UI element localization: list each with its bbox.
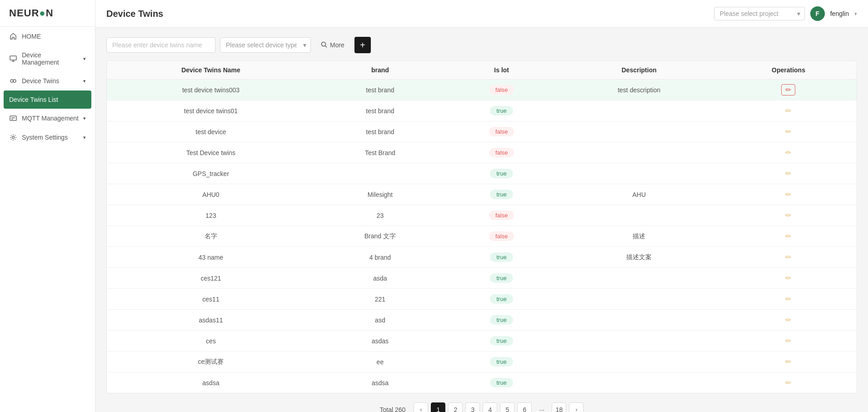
cell-name: test device twins01 (107, 100, 315, 121)
sidebar-item-device-twins-list[interactable]: Device Twins List (4, 90, 91, 109)
search-input[interactable] (106, 37, 215, 53)
col-name: Device Twins Name (107, 61, 315, 80)
cell-description (558, 372, 720, 393)
cell-operations: ✏ (720, 184, 857, 205)
edit-icon[interactable]: ✏ (785, 295, 791, 303)
cell-operations: ✏ (720, 226, 857, 247)
edit-icon[interactable]: ✏ (785, 170, 791, 177)
project-select[interactable]: Please select project (714, 7, 805, 20)
cell-name: ce测试赛 (107, 352, 315, 372)
sidebar-item-device-management[interactable]: Device Management ▾ (0, 46, 95, 71)
edit-icon[interactable]: ✏ (785, 358, 791, 366)
cell-operations: ✏ (720, 163, 857, 184)
main-content: Device Twins Please select project F fen… (95, 0, 868, 412)
cell-is-lot: true (445, 163, 558, 184)
cell-is-lot: true (445, 331, 558, 352)
page-button-5[interactable]: 5 (500, 402, 514, 412)
next-page-button[interactable]: › (569, 402, 584, 412)
device-type-select[interactable]: Please select device type (220, 37, 311, 53)
edit-icon[interactable]: ✏ (785, 149, 791, 156)
sidebar-item-home-label: HOME (22, 33, 41, 40)
table-header-row: Device Twins Name brand Is lot Descripti… (107, 61, 857, 80)
sidebar-item-home[interactable]: HOME (0, 27, 95, 46)
cell-name: test device (107, 121, 315, 142)
cell-is-lot: true (445, 268, 558, 289)
user-dropdown-arrow[interactable]: ▾ (854, 11, 857, 17)
cell-operations: ✏ (720, 247, 857, 268)
cell-description (558, 352, 720, 372)
cell-description (558, 268, 720, 289)
sidebar-item-mqtt-management[interactable]: MQTT Management ▾ (0, 109, 95, 128)
svg-point-1 (10, 80, 13, 82)
mqtt-icon (9, 114, 17, 122)
table-row: test device test brand false ✏ (107, 121, 857, 142)
cell-operations: ✏ (720, 289, 857, 310)
settings-icon (9, 133, 17, 141)
edit-icon[interactable]: ✏ (785, 253, 791, 261)
edit-icon[interactable]: ✏ (785, 379, 791, 387)
home-icon (9, 32, 17, 40)
sidebar-item-device-twins[interactable]: Device Twins ▾ (0, 71, 95, 90)
svg-point-2 (13, 80, 16, 82)
plus-icon: + (360, 40, 365, 50)
table-row: asdas11 asd true ✏ (107, 310, 857, 331)
pagination: Total 260 ‹ 1 2 3 4 5 6 ··· 18 › (106, 393, 857, 412)
page-header: Device Twins Please select project F fen… (95, 0, 868, 28)
edit-icon[interactable]: ✏ (785, 337, 791, 345)
cell-name: GPS_tracker (107, 163, 315, 184)
mqtt-arrow: ▾ (83, 116, 86, 121)
settings-arrow: ▾ (83, 135, 86, 141)
svg-rect-3 (10, 116, 16, 121)
cell-name: ces11 (107, 289, 315, 310)
header-right: Please select project F fenglin ▾ (714, 6, 857, 21)
edit-icon[interactable]: ✏ (785, 211, 791, 219)
cell-is-lot: false (445, 121, 558, 142)
cell-operations: ✏ (720, 205, 857, 226)
sidebar-item-device-management-label: Device Management (22, 51, 79, 66)
cell-operations: ✏ (720, 121, 857, 142)
device-management-arrow: ▾ (83, 56, 86, 62)
cell-brand: asd (315, 310, 445, 331)
edit-icon[interactable]: ✏ (785, 191, 791, 198)
edit-icon[interactable]: ✏ (785, 274, 791, 282)
add-button[interactable]: + (354, 37, 371, 53)
edit-icon[interactable]: ✏ (785, 232, 791, 240)
more-button-label: More (330, 41, 344, 49)
cell-is-lot: false (445, 80, 558, 100)
cell-name: test device twins003 (107, 80, 315, 100)
cell-brand: Test Brand (315, 142, 445, 163)
col-description: Description (558, 61, 720, 80)
svg-point-4 (12, 136, 15, 139)
page-button-4[interactable]: 4 (483, 402, 497, 412)
project-select-wrapper: Please select project (714, 7, 805, 20)
table-row: Test Device twins Test Brand false ✏ (107, 142, 857, 163)
cell-name: asdsa (107, 372, 315, 393)
device-management-icon (9, 55, 17, 63)
more-button[interactable]: More (315, 38, 350, 53)
page-button-1[interactable]: 1 (431, 402, 445, 412)
device-type-select-wrapper: Please select device type (220, 37, 311, 53)
edit-icon[interactable]: ✏ (785, 107, 791, 115)
table-row: test device twins003 test brand false te… (107, 80, 857, 100)
edit-icon[interactable]: ✏ (785, 128, 791, 136)
page-button-last[interactable]: 18 (552, 402, 566, 412)
logo-text: NEUR●N (9, 7, 54, 19)
page-button-3[interactable]: 3 (465, 402, 480, 412)
sidebar-item-system-settings[interactable]: System Settings ▾ (0, 128, 95, 147)
table-row: 43 name 4 brand true 描述文案 ✏ (107, 247, 857, 268)
table-row: 名字 Brand 文字 false 描述 ✏ (107, 226, 857, 247)
cell-is-lot: true (445, 352, 558, 372)
cell-name: ces (107, 331, 315, 352)
cell-name: 名字 (107, 226, 315, 247)
edit-icon[interactable]: ✏ (781, 84, 795, 95)
page-button-6[interactable]: 6 (517, 402, 532, 412)
table-row: ces asdas true ✏ (107, 331, 857, 352)
page-button-2[interactable]: 2 (448, 402, 463, 412)
prev-page-button[interactable]: ‹ (414, 402, 428, 412)
col-is-lot: Is lot (445, 61, 558, 80)
total-count: Total 260 (380, 406, 406, 412)
cell-operations: ✏ (720, 310, 857, 331)
cell-brand: asdsa (315, 372, 445, 393)
cell-is-lot: false (445, 205, 558, 226)
edit-icon[interactable]: ✏ (785, 316, 791, 324)
